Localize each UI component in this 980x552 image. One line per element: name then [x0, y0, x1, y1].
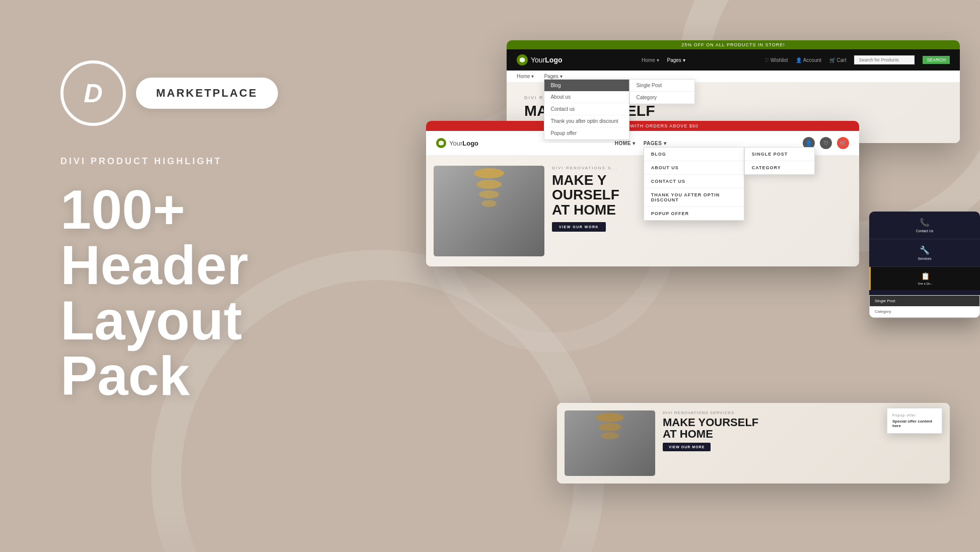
popup-overlay: Popup offer Special offer content here	[887, 408, 942, 434]
menu-pages[interactable]: Pages ▾ Blog About us Contact us Thank y…	[544, 74, 562, 79]
dd-item-thankyou[interactable]: Thank you after optin discount	[544, 115, 629, 127]
dd2-blog[interactable]: BLOG	[644, 148, 744, 161]
product-highlight-label: DIVI PRODUCT HIGHLIGHT	[60, 156, 373, 167]
logo-text: YourLogo	[531, 56, 563, 64]
dd-item-contactus[interactable]: Contact us	[544, 103, 629, 115]
sub2-category[interactable]: CATEGORY	[745, 161, 814, 174]
hero-popup-section: DIVI RENOVATIONS SERVICES MAKE YOURSELFA…	[557, 403, 950, 484]
dd-item-aboutus[interactable]: About us	[544, 91, 629, 103]
quote-icon: 📋	[921, 272, 930, 280]
marketplace-badge: MARKETPLACE	[136, 78, 278, 109]
screenshot-sidebar: 📞 Contact Us 🔧 Services 📋 Get a Qu... Si…	[869, 212, 980, 318]
sidebar-get-btn[interactable]: 📋 Get a Qu...	[869, 267, 980, 290]
sub-dropdown: Single Post Category	[629, 79, 695, 104]
left-panel: D MARKETPLACE DIVI PRODUCT HIGHLIGHT 100…	[60, 60, 373, 403]
get-quote-label: Get a Qu...	[918, 282, 933, 285]
cta-button-s2[interactable]: VIEW OUR WORK	[552, 222, 606, 232]
dd-sub-singlepost[interactable]: Single Post	[630, 80, 694, 92]
cart-icon[interactable]: 🛒	[837, 137, 849, 149]
dd2-popup[interactable]: POPUP OFFER	[644, 207, 744, 220]
hero-title-4: MAKE YOURSELFAT HOME	[663, 417, 758, 440]
sm-singlepost[interactable]: Single Post	[870, 296, 979, 306]
nav-pages[interactable]: Pages ▾	[667, 57, 685, 63]
sm-category[interactable]: Category	[870, 306, 979, 317]
dd2-aboutus[interactable]: ABOUT US	[644, 161, 744, 175]
divi-letter: D	[84, 78, 103, 108]
sidebar-contact-btn[interactable]: 📞 Contact Us	[869, 212, 980, 239]
wishlist-link: ♡ Wishlist	[764, 57, 788, 63]
nav-home-s2[interactable]: HOME ▾	[615, 141, 636, 146]
logo-badge-area: D MARKETPLACE	[60, 60, 373, 126]
hero-text-4: DIVI RENOVATIONS SERVICES MAKE YOURSELFA…	[663, 410, 758, 476]
pages-dropdown: Blog About us Contact us Thank you after…	[544, 79, 629, 140]
cta-button-4[interactable]: VIEW OUR MORE	[663, 443, 711, 451]
nav-home[interactable]: Home ▾	[642, 57, 659, 63]
popup-content: Special offer content here	[892, 419, 937, 428]
dd-sub-category[interactable]: Category	[630, 92, 694, 104]
search-input[interactable]	[854, 55, 915, 64]
dd-item-popup[interactable]: Popup offer	[544, 127, 629, 140]
nav-links: Home ▾ Pages ▾	[642, 57, 685, 63]
services-label: Services	[918, 257, 932, 260]
main-title: 100+ Header Layout Pack	[60, 182, 373, 403]
sidebar-services-btn[interactable]: 🔧 Services	[869, 239, 980, 267]
nav-links-s2: HOME ▾ PAGES ▾ BLOG ABOUT US CONTACT US …	[615, 141, 666, 146]
account-link: 👤 Account	[796, 57, 821, 63]
dd2-contactus[interactable]: CONTACT US	[644, 175, 744, 188]
nav-menu-row: Home ▾ Pages ▾ Blog About us Contact us …	[507, 71, 960, 83]
wrench-icon: 🔧	[920, 245, 930, 255]
dd-item-blog-active[interactable]: Blog	[544, 80, 629, 91]
search-button[interactable]: SEARCH	[923, 56, 950, 64]
bottom-fade	[0, 512, 980, 552]
screenshots-area: 25% OFF ON ALL PRODUCTS IN STORE! YourLo…	[426, 40, 980, 514]
topbar-promo: 25% OFF ON ALL PRODUCTS IN STORE!	[507, 40, 960, 49]
hero-image	[434, 166, 544, 256]
popup-label: Popup offer	[892, 413, 937, 417]
phone-icon: 📞	[920, 218, 930, 227]
nav-bar-dark: YourLogo Home ▾ Pages ▾ ♡ Wishlist 👤 Acc…	[507, 49, 960, 71]
nav-right-area: ♡ Wishlist 👤 Account 🛒 Cart SEARCH	[764, 55, 950, 64]
logo-area-white: YourLogo	[436, 138, 478, 148]
hero-image-4	[565, 410, 655, 476]
sub2-singlepost[interactable]: SINGLE POST	[745, 148, 814, 161]
logo-svg-icon	[517, 54, 528, 65]
hero-subtitle-4: DIVI RENOVATIONS SERVICES	[663, 410, 758, 415]
heart-icon[interactable]: ♡	[820, 137, 832, 149]
nav-pages-s2[interactable]: PAGES ▾ BLOG ABOUT US CONTACT US THANK Y…	[644, 141, 667, 146]
contact-label: Contact Us	[916, 229, 934, 233]
sub-dropdown-s2: SINGLE POST CATEGORY	[744, 147, 815, 175]
screenshot-popup: DIVI RENOVATIONS SERVICES MAKE YOURSELFA…	[557, 403, 950, 484]
divi-circle: D	[60, 60, 126, 126]
logo-area: YourLogo	[517, 54, 563, 65]
logo-text-2: YourLogo	[449, 140, 478, 147]
pages-dropdown-s2: BLOG ABOUT US CONTACT US THANK YOU AFTER…	[644, 147, 744, 221]
menu-home[interactable]: Home ▾	[517, 74, 534, 79]
screenshot-renovation: FREE SHIPPING WITH ORDERS ABOVE $50 Your…	[426, 121, 859, 266]
logo-svg-icon-2	[436, 138, 446, 148]
topbar-red: FREE SHIPPING WITH ORDERS ABOVE $50	[426, 121, 859, 131]
cart-link: 🛒 Cart	[829, 57, 847, 63]
dd2-thankyou[interactable]: THANK YOU AFTER OPTIN DISCOUNT	[644, 188, 744, 207]
title-line1: 100+ Header	[60, 178, 248, 296]
sub-menu-s3: Single Post Category	[869, 295, 980, 318]
title-line2: Layout Pack	[60, 289, 242, 406]
nav-bar-white: YourLogo HOME ▾ PAGES ▾ BLOG ABOUT US CO…	[426, 131, 859, 156]
